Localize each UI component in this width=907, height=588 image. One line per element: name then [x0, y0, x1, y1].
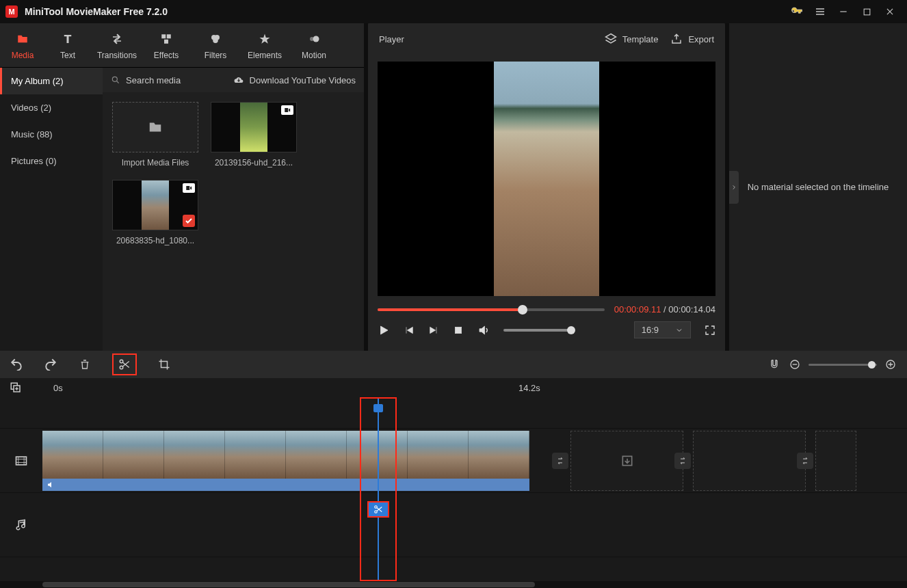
elements-icon: [241, 31, 289, 46]
svg-point-9: [112, 77, 117, 81]
properties-panel: No material selected on the timeline: [729, 23, 907, 351]
clip-audio-track: [42, 479, 529, 491]
aspect-ratio-select[interactable]: 16:9: [634, 321, 691, 338]
effects-icon: [142, 31, 190, 46]
undo-button[interactable]: [10, 358, 23, 371]
zoom-in-button[interactable]: [884, 358, 897, 371]
svg-rect-17: [16, 457, 27, 465]
tab-media[interactable]: Media: [3, 27, 42, 67]
player-scrubber[interactable]: [378, 308, 605, 311]
zoom-out-button[interactable]: [788, 358, 802, 371]
split-button[interactable]: [112, 353, 137, 375]
prev-frame-button[interactable]: [404, 325, 415, 336]
text-icon: [44, 31, 92, 46]
empty-clip-slot[interactable]: [815, 431, 856, 491]
cat-pictures[interactable]: Pictures (0): [0, 148, 103, 174]
collapse-panel-button[interactable]: [729, 171, 739, 204]
svg-point-11: [120, 360, 123, 363]
tab-elements[interactable]: Elements: [241, 27, 289, 67]
export-button[interactable]: Export: [670, 33, 714, 45]
timeline-h-scrollbar[interactable]: [0, 581, 907, 588]
track-video[interactable]: [0, 429, 907, 493]
delete-button[interactable]: [78, 358, 92, 371]
drop-icon: [620, 454, 634, 468]
upgrade-key-icon[interactable]: [785, 0, 809, 23]
preview-viewport[interactable]: [378, 62, 715, 296]
import-media-card[interactable]: Import Media Files: [112, 102, 198, 168]
media-categories: My Album (2) Videos (2) Music (88) Pictu…: [0, 68, 103, 351]
search-media[interactable]: Search media: [111, 75, 226, 85]
redo-button[interactable]: [44, 358, 57, 371]
svg-point-12: [120, 366, 123, 369]
add-track-button[interactable]: [10, 382, 22, 394]
stop-button[interactable]: [453, 325, 464, 336]
timeline-ruler[interactable]: 0s 14.2s: [0, 378, 907, 397]
preview-frame: [494, 62, 599, 296]
transition-slot-icon[interactable]: [552, 453, 568, 469]
empty-clip-slot[interactable]: [570, 431, 683, 491]
svg-rect-3: [164, 40, 168, 44]
app-title: MiniTool MovieMaker Free 7.2.0: [25, 6, 168, 17]
tab-text[interactable]: Text: [44, 27, 92, 67]
tab-motion[interactable]: Motion: [290, 27, 338, 67]
empty-clip-slot[interactable]: [693, 431, 806, 491]
download-youtube-button[interactable]: Download YouTube Videos: [233, 75, 356, 85]
transition-slot-icon[interactable]: [674, 453, 691, 469]
ruler-end: 14.2s: [518, 383, 540, 393]
timeline: 0s 14.2s: [0, 378, 907, 588]
video-clip[interactable]: [42, 431, 529, 491]
media-item[interactable]: 20683835-hd_1080...: [112, 180, 198, 245]
ruler-start: 0s: [53, 383, 63, 393]
video-badge-icon: [281, 105, 293, 115]
tab-filters[interactable]: Filters: [192, 27, 239, 67]
export-icon: [670, 33, 683, 45]
svg-point-8: [310, 37, 314, 41]
chevron-down-icon: [675, 326, 683, 334]
zoom-slider[interactable]: [809, 364, 877, 366]
track-audio[interactable]: [0, 493, 907, 557]
transition-slot-icon[interactable]: [797, 453, 813, 469]
cat-videos[interactable]: Videos (2): [0, 94, 103, 121]
filters-icon: [192, 31, 239, 46]
video-track-icon: [0, 454, 42, 468]
timeline-toolbar: [0, 351, 907, 378]
search-placeholder: Search media: [126, 75, 181, 85]
main-tool-tabs: Media Text Transitions Effects Filters E…: [0, 23, 364, 68]
fullscreen-button[interactable]: [705, 325, 715, 336]
close-button[interactable]: [878, 0, 902, 23]
play-button[interactable]: [378, 324, 390, 336]
audio-track-icon: [0, 518, 42, 532]
speaker-icon: [47, 481, 55, 489]
volume-button[interactable]: [477, 324, 490, 336]
svg-point-6: [213, 38, 218, 44]
properties-empty-message: No material selected on the timeline: [748, 182, 889, 192]
volume-slider[interactable]: [503, 329, 572, 332]
player-panel: Player Template Export 00:00:09.: [368, 23, 725, 351]
layers-icon: [605, 33, 617, 45]
maximize-button[interactable]: [855, 0, 878, 23]
cat-my-album[interactable]: My Album (2): [0, 68, 103, 94]
next-frame-button[interactable]: [428, 325, 439, 336]
crop-button[interactable]: [157, 358, 171, 371]
scissors-icon: [118, 358, 131, 371]
cloud-download-icon: [233, 75, 244, 85]
player-time: 00:00:09.11 / 00:00:14.04: [614, 304, 715, 315]
player-title: Player: [379, 34, 404, 44]
tab-effects[interactable]: Effects: [142, 27, 190, 67]
media-panel: Media Text Transitions Effects Filters E…: [0, 23, 364, 351]
track-overlay[interactable]: [0, 397, 907, 429]
folder-icon: [3, 31, 42, 46]
search-icon: [111, 75, 120, 85]
minimize-button[interactable]: [832, 0, 855, 23]
tab-transitions[interactable]: Transitions: [93, 27, 141, 67]
scrubber-knob[interactable]: [518, 305, 527, 315]
cat-music[interactable]: Music (88): [0, 121, 103, 148]
motion-icon: [290, 31, 338, 46]
titlebar: M MiniTool MovieMaker Free 7.2.0: [0, 0, 907, 23]
snap-button[interactable]: [767, 358, 781, 371]
template-button[interactable]: Template: [605, 33, 659, 45]
media-item[interactable]: 20139156-uhd_216...: [211, 102, 297, 168]
hamburger-menu-icon[interactable]: [809, 0, 832, 23]
svg-rect-10: [455, 327, 461, 333]
chevron-right-icon: [731, 183, 737, 191]
